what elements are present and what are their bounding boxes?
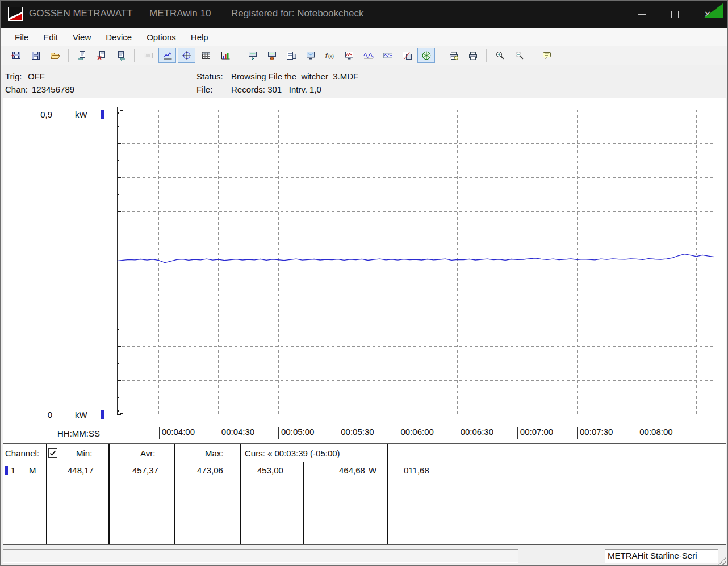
table-header-cursor: Curs: « 00:03:39 (-05:00)	[245, 448, 340, 458]
y-axis-max-label: 0,9	[32, 110, 52, 119]
open-button[interactable]	[46, 48, 64, 63]
device-config-button[interactable]	[263, 48, 281, 63]
svg-text:88: 88	[145, 53, 150, 57]
x-axis-tick-label: 00:07:00	[517, 427, 553, 439]
table-header-channel: Channel:	[5, 448, 39, 458]
table-header-avr: Avr:	[140, 448, 155, 458]
pc-transfer-button[interactable]	[302, 48, 319, 63]
save-button[interactable]	[27, 48, 44, 63]
zoom-out-button[interactable]	[511, 48, 528, 63]
toolbar-separator	[134, 49, 135, 62]
device-list-button[interactable]	[282, 48, 300, 63]
menu-options[interactable]: Options	[139, 30, 183, 44]
connect-device-button[interactable]	[417, 48, 435, 63]
table-column-divider	[240, 444, 241, 544]
resize-grip[interactable]	[718, 557, 726, 565]
x-axis-format-label: HH:MM:SS	[57, 429, 100, 438]
menu-view[interactable]: View	[65, 30, 98, 44]
menu-file[interactable]: File	[7, 30, 36, 44]
title-registered: Registered for: Notebookcheck	[231, 8, 363, 19]
view-bar-chart-button[interactable]	[216, 48, 234, 63]
channel-row-color-marker	[5, 466, 8, 475]
export-file-button[interactable]	[73, 48, 91, 63]
chart-plot[interactable]	[117, 110, 714, 414]
row-max-value: 473,06	[197, 466, 223, 475]
waveform-button[interactable]	[359, 48, 377, 63]
trig-value: OFF	[28, 72, 45, 81]
y-axis-unit-bottom: kW	[75, 410, 87, 420]
delete-file-button[interactable]	[93, 48, 110, 63]
device-read-button[interactable]	[244, 48, 261, 63]
y-axis-min-label: 0	[32, 410, 52, 420]
row-avr-value: 457,37	[132, 466, 158, 475]
menu-device[interactable]: Device	[98, 30, 139, 44]
print-preview-button[interactable]	[445, 48, 462, 63]
status-value: Browsing File the_witcher_3.MDF	[231, 72, 358, 81]
minimize-icon	[638, 14, 646, 15]
row-min-value: 448,17	[68, 466, 94, 475]
x-axis-tick-label: 00:06:30	[458, 427, 493, 439]
menu-edit[interactable]: Edit	[36, 30, 65, 44]
toolbar-separator	[533, 49, 533, 62]
checkmark-icon	[49, 449, 57, 457]
envelope-button[interactable]	[379, 48, 396, 63]
x-axis-tick-label: 00:04:00	[159, 427, 195, 439]
table-column-divider	[108, 444, 110, 544]
save-config-button[interactable]	[7, 48, 25, 63]
maximize-icon	[671, 11, 679, 18]
menu-help[interactable]: Help	[183, 30, 216, 44]
table-column-divider	[174, 444, 175, 544]
svg-text:f: f	[325, 52, 328, 59]
minimize-button[interactable]	[629, 1, 655, 28]
x-axis-tick-label: 00:04:30	[219, 427, 254, 439]
statusbar-message-panel	[3, 549, 518, 563]
annotation-button[interactable]	[538, 48, 555, 63]
row-cursor2-value: 464,68	[339, 466, 365, 475]
toolbar-separator	[239, 49, 239, 62]
view-table-button[interactable]	[197, 48, 215, 63]
title-bar: GOSSEN METRAWATT METRAwin 10 Registered …	[1, 1, 727, 28]
row-delta-value: 011,68	[404, 466, 429, 475]
menu-bar: File Edit View Device Options Help	[1, 28, 727, 46]
maximize-button[interactable]	[662, 1, 688, 28]
x-axis-tick-label: 00:07:30	[577, 427, 613, 439]
online-display-button[interactable]	[340, 48, 358, 63]
status-label: Status:	[196, 72, 223, 81]
table-header-max: Max:	[205, 448, 224, 458]
x-axis-tick-label: 00:05:00	[278, 427, 314, 439]
x-axis-tick-label: 00:05:30	[338, 427, 374, 439]
import-file-button[interactable]	[112, 48, 129, 63]
toolbar-separator	[440, 49, 440, 62]
x-axis-tick-label: 00:06:00	[398, 427, 433, 439]
toolbar-separator	[68, 49, 69, 62]
chart-table-divider	[3, 443, 726, 444]
y-axis-unit-top: kW	[75, 110, 87, 119]
table-header-min: Min:	[76, 448, 92, 458]
file-label: File:	[196, 85, 212, 94]
svg-text:(x): (x)	[328, 53, 334, 59]
row-channel-number: 1	[11, 466, 15, 475]
x-axis-tick-label: 00:08:00	[637, 427, 672, 439]
file-value: Records: 301 Intrv. 1,0	[231, 85, 321, 94]
view-cursors-button[interactable]	[178, 48, 195, 63]
channels-button[interactable]	[398, 48, 416, 63]
table-column-divider	[303, 462, 304, 544]
view-numeric-display-button[interactable]: 88	[139, 48, 157, 63]
channel-visibility-checkbox[interactable]	[48, 448, 57, 458]
print-button[interactable]	[464, 48, 482, 63]
zoom-in-button[interactable]	[491, 48, 509, 63]
status-bar: METRAHit Starline-Seri	[1, 547, 727, 566]
table-column-divider	[387, 444, 388, 544]
row-cursor2-unit: W	[369, 466, 376, 475]
table-bottom-divider	[3, 544, 726, 545]
function-button[interactable]: f(x)	[321, 48, 338, 63]
row-channel-unit: M	[29, 466, 36, 475]
table-column-divider	[46, 444, 47, 544]
toolbar-corner-triangle-icon	[704, 3, 723, 18]
chan-value: 123456789	[32, 85, 74, 94]
chan-label: Chan:	[5, 85, 28, 94]
toolbar: 88f(x)	[1, 46, 727, 65]
view-line-chart-button[interactable]	[158, 48, 176, 63]
info-panel: Trig: OFF Chan: 123456789 Status: Browsi…	[1, 66, 727, 98]
channel-color-marker-bottom	[101, 410, 104, 419]
